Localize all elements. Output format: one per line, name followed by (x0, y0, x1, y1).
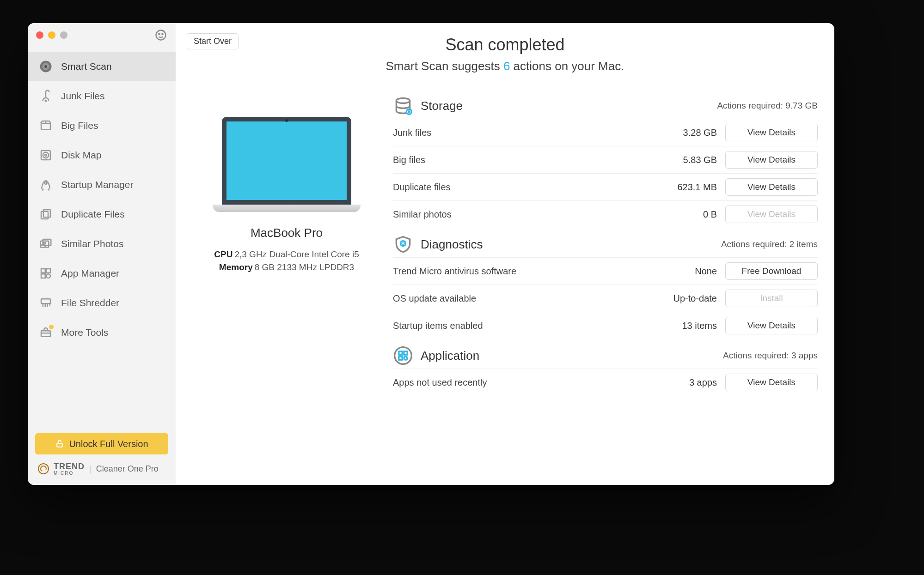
sidebar-item-label: Disk Map (61, 150, 102, 161)
svg-point-31 (404, 357, 407, 360)
sidebar-item-app-manager[interactable]: App Manager (28, 259, 176, 288)
sidebar-item-junk-files[interactable]: Junk Files (28, 81, 176, 111)
section-head-storage: Storage Actions required: 9.73 GB (393, 93, 818, 119)
row-label: Big files (393, 155, 661, 165)
start-over-button[interactable]: Start Over (187, 33, 239, 49)
duplicate-icon (39, 207, 53, 221)
row-startup-items: Startup items enabled 13 items View Deta… (393, 312, 818, 339)
svg-rect-17 (41, 269, 45, 273)
view-details-button[interactable]: View Details (725, 151, 818, 169)
device-cpu: CPU2,3 GHz Dual-Core Intel Core i5 (185, 249, 388, 260)
row-label: Similar photos (393, 209, 661, 220)
sidebar-item-duplicate-files[interactable]: Duplicate Files (28, 200, 176, 229)
row-label: Startup items enabled (393, 321, 661, 331)
application-icon (393, 345, 413, 366)
section-required: Actions required: 2 items (721, 239, 818, 249)
free-download-button[interactable]: Free Download (725, 262, 818, 280)
window-minimize-button[interactable] (48, 31, 55, 39)
svg-rect-23 (57, 443, 63, 447)
svg-point-5 (44, 65, 47, 68)
view-details-button[interactable]: View Details (725, 374, 818, 391)
row-label: OS update available (393, 293, 661, 304)
sidebar-item-label: More Tools (61, 327, 108, 338)
unlock-icon (55, 439, 64, 448)
sidebar-item-similar-photos[interactable]: Similar Photos (28, 229, 176, 259)
laptop-illustration (213, 117, 361, 212)
shredder-icon (39, 296, 53, 310)
section-required: Actions required: 9.73 GB (717, 101, 818, 111)
row-big-files: Big files 5.83 GB View Details (393, 146, 818, 173)
view-details-button[interactable]: View Details (725, 178, 818, 196)
section-head-application: Application Actions required: 3 apps (393, 343, 818, 369)
section-title: Storage (421, 99, 463, 113)
sidebar-item-label: Duplicate Files (61, 209, 125, 220)
row-value: 13 items (661, 321, 717, 331)
svg-point-20 (46, 274, 50, 278)
row-similar-photos: Similar photos 0 B View Details (393, 200, 818, 228)
window-zoom-button[interactable] (60, 31, 67, 39)
svg-point-24 (396, 98, 410, 103)
row-label: Duplicate files (393, 182, 661, 193)
row-value: 623.1 MB (661, 182, 717, 193)
svg-point-1 (159, 34, 159, 35)
sidebar-item-label: Startup Manager (61, 179, 133, 190)
row-unused-apps: Apps not used recently 3 apps View Detai… (393, 369, 818, 396)
section-title: Diagnostics (421, 237, 483, 252)
box-icon (39, 119, 53, 133)
device-memory: Memory8 GB 2133 MHz LPDDR3 (185, 262, 388, 272)
svg-point-11 (45, 182, 47, 184)
app-window: Smart Scan Junk Files Big Files Disk Map… (28, 23, 834, 485)
main-header: Start Over Scan completed Smart Scan sug… (176, 23, 834, 85)
disk-icon (39, 148, 53, 162)
svg-point-26 (401, 241, 406, 246)
window-close-button[interactable] (36, 31, 43, 39)
svg-point-27 (395, 347, 412, 364)
separator: | (89, 464, 92, 474)
row-value: 5.83 GB (661, 155, 717, 165)
svg-point-2 (162, 34, 163, 35)
svg-point-6 (45, 100, 47, 102)
sidebar-item-more-tools[interactable]: More Tools (28, 318, 176, 347)
window-titlebar (28, 23, 176, 47)
sidebar-nav: Smart Scan Junk Files Big Files Disk Map… (28, 52, 176, 433)
view-details-button: View Details (725, 206, 818, 223)
section-required: Actions required: 3 apps (723, 351, 818, 361)
sidebar: Smart Scan Junk Files Big Files Disk Map… (28, 23, 176, 485)
sidebar-item-label: Big Files (61, 120, 98, 131)
photos-icon (39, 237, 53, 251)
content: MacBook Pro CPU2,3 GHz Dual-Core Intel C… (176, 85, 834, 485)
sidebar-item-file-shredder[interactable]: File Shredder (28, 288, 176, 318)
sidebar-item-label: Similar Photos (61, 238, 123, 249)
trend-micro-logo-icon (38, 463, 49, 474)
view-details-button[interactable]: View Details (725, 317, 818, 334)
target-icon (39, 60, 53, 73)
support-icon[interactable] (154, 29, 167, 42)
unlock-full-version-button[interactable]: Unlock Full Version (35, 433, 168, 454)
row-label: Junk files (393, 127, 661, 138)
svg-point-10 (45, 154, 47, 156)
sidebar-item-disk-map[interactable]: Disk Map (28, 140, 176, 170)
sidebar-item-startup-manager[interactable]: Startup Manager (28, 170, 176, 200)
apps-icon (39, 266, 53, 280)
sidebar-item-smart-scan[interactable]: Smart Scan (28, 52, 176, 81)
row-value: None (661, 266, 717, 277)
page-title: Scan completed (192, 35, 818, 54)
row-os-update: OS update available Up-to-date Install (393, 284, 818, 312)
sidebar-item-big-files[interactable]: Big Files (28, 111, 176, 140)
shield-icon (393, 234, 413, 254)
page-subtitle: Smart Scan suggests 6 actions on your Ma… (192, 59, 818, 73)
svg-rect-29 (404, 351, 407, 355)
toolbox-icon (39, 326, 53, 339)
view-details-button[interactable]: View Details (725, 124, 818, 141)
svg-point-9 (43, 152, 49, 158)
row-label: Trend Micro antivirus software (393, 266, 661, 277)
device-name: MacBook Pro (185, 226, 388, 240)
row-antivirus: Trend Micro antivirus software None Free… (393, 257, 818, 284)
storage-icon (393, 96, 413, 116)
svg-point-0 (156, 30, 166, 40)
unlock-label: Unlock Full Version (69, 439, 148, 449)
product-name: Cleaner One Pro (96, 464, 159, 474)
row-value: 0 B (661, 209, 717, 220)
row-duplicate-files: Duplicate files 623.1 MB View Details (393, 173, 818, 200)
svg-rect-7 (41, 123, 50, 130)
